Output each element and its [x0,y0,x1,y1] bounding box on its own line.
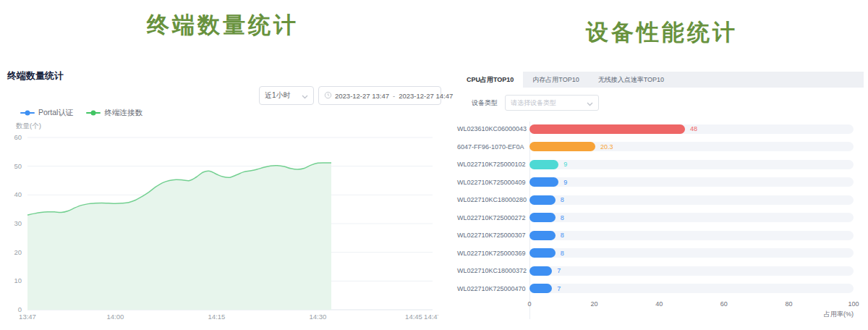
time-range-value: 近1小时 [265,90,291,101]
line-chart: 0102030405060数量(个)13:4714:0014:1514:3014… [10,122,438,326]
device-type-label: 设备类型 [472,98,498,108]
bar-axis-tick: 20 [591,300,598,308]
tabbar: CPU占用TOP10内存占用TOP10无线接入点速率TOP10 [457,72,864,88]
bar [529,284,552,293]
svg-text:14:00: 14:00 [106,313,124,321]
bar-value-label: 48 [690,125,697,132]
svg-text:14:45: 14:45 [405,313,422,321]
bar [529,177,558,187]
svg-text:数量(个): 数量(个) [16,122,41,130]
bar [529,266,552,276]
terminal-count-section: 终端数量统计 终端数量统计 近1小时 2023-12-27 13:47 - 20… [0,0,446,330]
bar-row: WL022710K7250003078 [457,227,854,245]
legend-label: Portal认证 [38,108,73,118]
bar-value-label: 7 [557,267,561,274]
device-type-row: 设备类型 请选择设备类型 [472,95,599,111]
legend-marker-icon [86,112,101,114]
bar-category-label: WL022710K725000369 [457,250,529,257]
bar-category-label: WL022710K725000307 [457,232,529,239]
panel-title: 终端数量统计 [7,69,64,82]
legend-marker-icon [20,112,35,114]
svg-text:60: 60 [14,133,22,141]
date-range-picker[interactable]: 2023-12-27 13:47 - 2023-12-27 14:47 [318,86,441,105]
bar-row: WL022710K7250004099 [457,174,854,192]
bar [529,213,556,222]
bar-value-label: 8 [561,250,564,257]
svg-text:14:15: 14:15 [208,313,225,321]
bar-category-label: WL022710KC18000280 [457,196,529,203]
bar-row: WL022710KC180003727 [457,262,854,280]
svg-text:14:30: 14:30 [309,313,326,321]
legend-item[interactable]: Portal认证 [20,108,73,118]
svg-text:50: 50 [14,162,22,170]
svg-text:30: 30 [14,219,22,227]
time-range-select[interactable]: 近1小时 [259,86,314,105]
bar-row: WL022710K7250004707 [457,280,854,298]
date-range-start: 2023-12-27 13:47 [335,92,389,100]
legend-label: 终端连接数 [104,108,142,118]
bar-track: 48 [529,124,854,134]
bar-track: 8 [529,213,854,222]
bar [529,248,556,258]
bar-track: 7 [529,266,854,276]
bar-value-label: 7 [557,285,561,292]
right-page-title: 设备性能统计 [457,17,867,48]
legend-item[interactable]: 终端连接数 [86,108,142,118]
svg-text:10: 10 [14,276,22,284]
bar-category-label: WL022710K725000409 [457,179,529,186]
clock-icon [324,89,332,102]
bar-category-label: WL022710K725000272 [457,214,529,221]
svg-text:40: 40 [14,190,22,198]
bar-axis-tick: 40 [655,300,663,308]
device-type-select[interactable]: 请选择设备类型 [505,95,599,111]
bar-value-label: 8 [561,196,564,203]
bar [529,195,556,205]
bar-row: WL022710K7250002728 [457,209,854,227]
bar-track: 20.3 [529,142,854,151]
bar-value-label: 8 [561,232,564,239]
bar-x-axis: 020406080100 [457,300,854,308]
bar-track: 9 [529,177,854,187]
date-range-separator: - [392,92,396,100]
svg-text:20: 20 [14,248,22,256]
bar-axis-tick: 80 [785,300,792,308]
bar-value-label: 9 [563,161,567,168]
svg-text:14:47: 14:47 [424,313,438,321]
bar-axis-tick: 60 [720,300,728,308]
bar-track: 8 [529,248,854,258]
chart-controls: 近1小时 2023-12-27 13:47 - 2023-12-27 14:47 [259,86,441,105]
bar-value-label: 8 [561,214,564,221]
bar-category-label: WL023610KC06000043 [457,125,529,132]
bar-category-label: WL022710K725000470 [457,285,529,292]
tab-0[interactable]: CPU占用TOP10 [457,72,523,88]
device-performance-section: 设备性能统计 CPU占用TOP10内存占用TOP10无线接入点速率TOP10 设… [457,0,867,330]
device-type-placeholder: 请选择设备类型 [511,98,556,108]
bar-chart: WL023610KC06000043486047-FF96-1070-EF0A2… [457,120,854,319]
bar-x-axis-name: 占用率(%) [457,310,854,319]
chevron-down-icon [587,96,593,109]
bar-row: WL022710KC180002808 [457,191,854,209]
bar [529,124,685,134]
bar-track: 8 [529,195,854,205]
bar-value-label: 9 [563,179,567,186]
date-range-end: 2023-12-27 14:47 [399,92,453,100]
bar-track: 7 [529,284,854,293]
tab-1[interactable]: 内存占用TOP10 [523,72,588,88]
bar-category-label: 6047-FF96-1070-EF0A [457,143,529,151]
left-page-title: 终端数量统计 [0,10,446,41]
bar [529,142,595,151]
bar-rows: WL023610KC06000043486047-FF96-1070-EF0A2… [457,120,854,297]
bar-track: 8 [529,231,854,240]
bar-category-label: WL022710K725000102 [457,161,529,168]
bar-row: WL022710K7250003698 [457,245,854,263]
legend: Portal认证终端连接数 [20,108,142,118]
bar-axis-tick: 0 [527,300,531,308]
bar-axis-tick: 100 [848,300,859,308]
chevron-down-icon [302,89,308,102]
tab-2[interactable]: 无线接入点速率TOP10 [589,72,673,88]
bar-category-label: WL022710KC18000372 [457,267,529,274]
bar [529,160,558,169]
bar-row: WL022710K7250001029 [457,156,854,174]
bar-row: 6047-FF96-1070-EF0A20.3 [457,138,854,156]
dashboard: 终端数量统计 终端数量统计 近1小时 2023-12-27 13:47 - 20… [0,0,868,330]
